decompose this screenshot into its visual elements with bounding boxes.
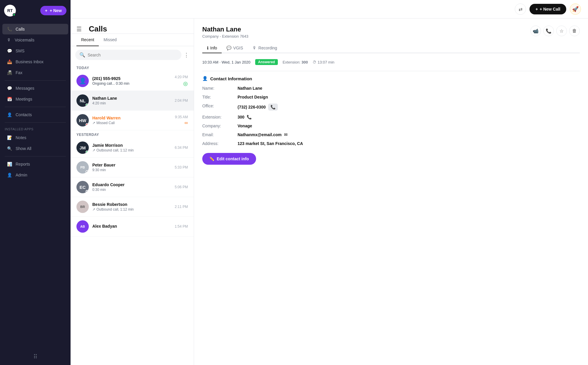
sidebar-item-fax[interactable]: 📠 Fax bbox=[2, 67, 68, 78]
email-icon[interactable]: ✉ bbox=[284, 132, 288, 137]
field-value-email: Nathanmx@email.com ✉ bbox=[238, 132, 288, 137]
list-item[interactable]: EC Eduardo Cooper 0:30 min 5:06 PM bbox=[71, 177, 194, 197]
call-avatar: AB bbox=[76, 220, 89, 233]
content-area: ☰ Calls Recent Missed 🔍 ⋮ TODAY bbox=[71, 19, 588, 365]
call-right: 2:04 PM bbox=[175, 99, 188, 103]
main-container: ⇄ + + New Call 🚀 ☰ Calls Recent Missed 🔍 bbox=[71, 0, 588, 365]
voicemail-icon: ∞ bbox=[185, 120, 188, 126]
sidebar-item-calls[interactable]: 📞 Calls bbox=[2, 24, 68, 34]
call-tabs: Recent Missed bbox=[71, 34, 194, 46]
video-button[interactable]: 📹 bbox=[530, 26, 541, 36]
list-item[interactable]: NL Nathan Lane 4:20 min 2:04 PM bbox=[71, 91, 194, 111]
tab-vgis[interactable]: 💬 VGIS bbox=[222, 43, 248, 53]
notes-icon: 📝 bbox=[7, 135, 12, 140]
call-right: 5:33 PM bbox=[175, 165, 188, 169]
more-options-icon[interactable]: ⋮ bbox=[184, 52, 189, 58]
call-office-button[interactable]: 📞 bbox=[268, 104, 278, 111]
caller-name: (201) 555-9925 bbox=[92, 76, 171, 81]
list-item[interactable]: BR Bessie Robertson ↗ Outbound call, 1:1… bbox=[71, 197, 194, 217]
call-info: Nathan Lane 4:20 min bbox=[92, 96, 171, 105]
status-dot-gray bbox=[86, 170, 88, 173]
vgis-icon: 💬 bbox=[226, 46, 231, 50]
tab-info[interactable]: ℹ Info bbox=[202, 43, 222, 53]
extension-call-icon[interactable]: 📞 bbox=[247, 115, 252, 119]
sidebar-item-admin[interactable]: 👤 Admin bbox=[2, 170, 68, 180]
delete-button[interactable]: 🗑 bbox=[569, 26, 580, 36]
top-bar: ⇄ + + New Call 🚀 bbox=[71, 0, 588, 19]
contact-info-title: 👤 Contact Information bbox=[202, 76, 580, 81]
edit-contact-button[interactable]: ✏️ Edit contact info bbox=[202, 153, 256, 165]
call-right: 5:06 PM bbox=[175, 185, 188, 189]
call-info: Alex Badyan bbox=[92, 224, 171, 229]
grid-icon[interactable]: ⠿ bbox=[33, 353, 38, 360]
call-right: 6:34 PM bbox=[175, 146, 188, 150]
fax-icon: 📠 bbox=[7, 70, 12, 75]
call-avatar: EC bbox=[76, 181, 89, 193]
call-avatar: BR bbox=[76, 201, 89, 213]
sidebar-bottom: ⠿ bbox=[0, 349, 71, 365]
search-input[interactable] bbox=[88, 53, 177, 57]
call-status: 9:30 min bbox=[92, 168, 171, 172]
sidebar-header: RT + + New bbox=[0, 0, 71, 21]
avatar[interactable]: RT bbox=[4, 5, 16, 16]
admin-icon: 👤 bbox=[7, 173, 12, 177]
phone-icon: 📞 bbox=[546, 28, 552, 34]
field-label-company: Company: bbox=[202, 124, 238, 128]
info-row-office: Office: (732) 226-0300 📞 bbox=[202, 104, 580, 111]
sidebar-item-contacts[interactable]: 👤 Contacts bbox=[2, 109, 68, 120]
phone-button[interactable]: 📞 bbox=[543, 26, 554, 36]
sidebar-item-show-all[interactable]: 🔍 Show All bbox=[2, 143, 68, 154]
tab-missed[interactable]: Missed bbox=[99, 34, 121, 46]
new-button[interactable]: + + New bbox=[40, 6, 66, 15]
call-avatar: HW bbox=[76, 114, 89, 126]
sidebar-item-notes[interactable]: 📝 Notes bbox=[2, 132, 68, 143]
call-time: 5:33 PM bbox=[175, 165, 188, 169]
sidebar-divider-2 bbox=[5, 107, 66, 107]
field-label-name: Name: bbox=[202, 86, 238, 91]
calls-icon: 📞 bbox=[7, 27, 12, 31]
hamburger-icon[interactable]: ☰ bbox=[76, 26, 82, 33]
field-value-title: Product Design bbox=[238, 95, 268, 99]
sms-icon: 💬 bbox=[7, 49, 12, 53]
duration-label: ⏱ 13:07 min bbox=[313, 60, 334, 64]
field-value-company: Vonage bbox=[238, 124, 252, 128]
list-item[interactable]: PB Peter Bauer 9:30 min 5:33 PM bbox=[71, 158, 194, 177]
detail-actions: 📹 📞 ☆ 🗑 bbox=[530, 26, 580, 36]
call-time: 6:34 PM bbox=[175, 146, 188, 150]
field-label-extension: Extension: bbox=[202, 115, 238, 119]
call-list-panel: ☰ Calls Recent Missed 🔍 ⋮ TODAY bbox=[71, 19, 194, 365]
list-item[interactable]: 👤 (201) 555-9925 Ongoing call... 0:30 mi… bbox=[71, 71, 194, 91]
section-label-today: TODAY bbox=[71, 64, 194, 71]
ongoing-icon: ◎ bbox=[183, 80, 188, 87]
sync-button[interactable]: ⇄ bbox=[515, 4, 526, 15]
list-item[interactable]: JM Jamie Morrison ↗ Outbound call, 1:12 … bbox=[71, 138, 194, 158]
list-item[interactable]: AB Alex Badyan 1:54 PM bbox=[71, 217, 194, 236]
sidebar-item-messages[interactable]: 💬 Messages bbox=[2, 83, 68, 94]
star-button[interactable]: ☆ bbox=[556, 26, 567, 36]
sync-icon: ⇄ bbox=[519, 6, 522, 12]
sidebar: RT + + New 📞 Calls 🎙 Voicemails 💬 SMS 📥 … bbox=[0, 0, 71, 365]
sidebar-item-reports[interactable]: 📊 Reports bbox=[2, 159, 68, 169]
detail-sub: Company - Extension 7643 bbox=[202, 34, 248, 39]
contact-info-section: 👤 Contact Information Name: Nathan Lane … bbox=[202, 71, 580, 165]
status-dot-gray bbox=[86, 190, 88, 193]
call-time: 9:35 AM bbox=[175, 115, 188, 119]
rocket-button[interactable]: 🚀 bbox=[570, 4, 581, 15]
tab-recording[interactable]: 🎙 Recording bbox=[248, 43, 282, 53]
new-call-button[interactable]: + + New Call bbox=[529, 4, 566, 14]
caller-name: Peter Bauer bbox=[92, 163, 171, 167]
field-label-email: Email: bbox=[202, 132, 238, 137]
call-status: ↗ Outbound call, 1:12 min bbox=[92, 148, 171, 152]
sidebar-item-sms[interactable]: 💬 SMS bbox=[2, 46, 68, 56]
call-info: (201) 555-9925 Ongoing call... 0:30 min bbox=[92, 76, 171, 86]
call-right: 4:20 PM ◎ bbox=[175, 75, 188, 87]
list-item[interactable]: HW Harold Warren ↗ Missed Call 9:35 AM ∞ bbox=[71, 111, 194, 130]
call-status: 0:30 min bbox=[92, 188, 171, 192]
sidebar-item-voicemails[interactable]: 🎙 Voicemails bbox=[2, 35, 68, 45]
call-time: 4:20 PM bbox=[175, 75, 188, 79]
field-value-name: Nathan Lane bbox=[238, 86, 262, 91]
rocket-icon: 🚀 bbox=[572, 6, 579, 12]
sidebar-item-business-inbox[interactable]: 📥 Business Inbox bbox=[2, 56, 68, 67]
sidebar-item-meetings[interactable]: 📅 Meetings bbox=[2, 94, 68, 104]
tab-recent[interactable]: Recent bbox=[76, 34, 99, 46]
